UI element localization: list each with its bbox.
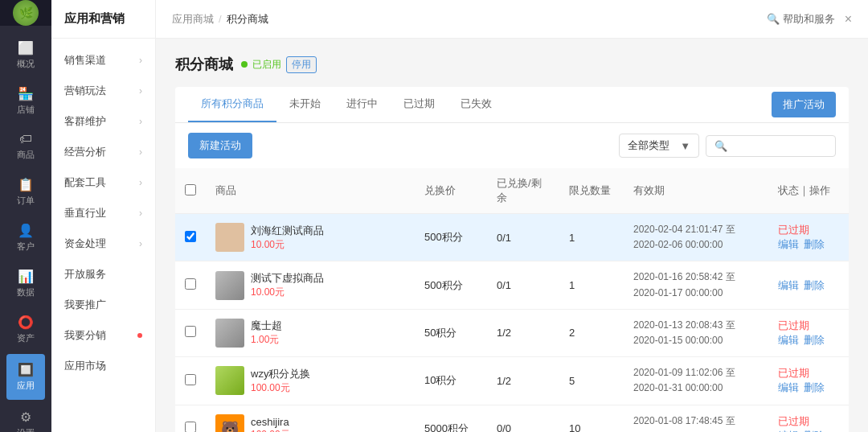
- tab-all[interactable]: 所有积分商品: [188, 87, 276, 122]
- edit-link[interactable]: 编辑: [778, 237, 799, 252]
- action-links: 编辑删除: [778, 333, 839, 348]
- sidebar-item-shop[interactable]: 🏪 店铺: [0, 78, 51, 124]
- th-status: 状态｜操作: [768, 168, 849, 214]
- dropdown-icon: ▼: [680, 140, 690, 152]
- help-button[interactable]: 🔍 帮助和服务: [767, 12, 835, 27]
- sidebar-nav: ⬜ 概况 🏪 店铺 🏷 商品 📋 订单 👤 客户 📊 数据 ⭕ 资产: [0, 26, 51, 352]
- edit-link[interactable]: 编辑: [778, 333, 799, 348]
- row-checkbox-cell: [175, 261, 206, 309]
- sidebar-item-label: 店铺: [17, 104, 35, 116]
- second-menu-item-open[interactable]: 开放服务: [51, 259, 155, 290]
- sidebar-item-assets[interactable]: ⭕ 资产: [0, 307, 51, 352]
- type-filter-select[interactable]: 全部类型 ▼: [619, 134, 699, 158]
- select-all-checkbox[interactable]: [185, 184, 196, 195]
- delete-link[interactable]: 删除: [804, 333, 825, 348]
- search-icon: 🔍: [714, 140, 727, 152]
- arrow-icon: ›: [139, 55, 142, 66]
- redeemed-cell: 0/1: [487, 214, 559, 261]
- app-icon: 🔲: [18, 362, 34, 377]
- edit-link[interactable]: 编辑: [778, 278, 799, 293]
- product-name: 魔士超: [251, 319, 282, 333]
- status-badge: 已过期: [778, 367, 809, 379]
- filter-label: 全部类型: [628, 138, 669, 153]
- arrow-icon: ›: [139, 238, 142, 249]
- row-checkbox[interactable]: [185, 231, 196, 242]
- row-checkbox[interactable]: [185, 326, 196, 337]
- breadcrumb-current: 积分商城: [227, 12, 268, 27]
- delete-link[interactable]: 删除: [804, 278, 825, 293]
- tab-notstart[interactable]: 未开始: [276, 87, 334, 122]
- second-menu-item-vertical[interactable]: 垂直行业 ›: [51, 198, 155, 228]
- product-price: 10.00元: [251, 286, 324, 299]
- new-activity-button[interactable]: 新建活动: [188, 133, 252, 158]
- tabs-row: 所有积分商品 未开始 进行中 已过期 已失效 推广活动: [175, 87, 849, 123]
- second-menu-item-crowd[interactable]: 客群维护 ›: [51, 106, 155, 137]
- product-name: 刘海红测试商品: [251, 224, 324, 238]
- redeem-price-cell: 500积分: [415, 214, 487, 261]
- edit-link[interactable]: 编辑: [778, 429, 799, 432]
- redeem-price-cell: 5000积分: [415, 405, 487, 432]
- data-icon: 📊: [18, 269, 34, 284]
- second-menu-item-marketing[interactable]: 营销玩法 ›: [51, 76, 155, 106]
- row-checkbox-cell: [175, 405, 206, 432]
- second-menu-item-promote[interactable]: 我要推广: [51, 290, 155, 320]
- close-icon[interactable]: ×: [845, 12, 852, 27]
- product-name: ceshijira: [251, 416, 290, 428]
- tab-invalid[interactable]: 已失效: [448, 87, 505, 122]
- overview-icon: ⬜: [18, 40, 34, 56]
- second-menu-item-capital[interactable]: 资金处理 ›: [51, 228, 155, 259]
- sidebar-item-customer[interactable]: 👤 客户: [0, 215, 51, 261]
- product-cell: 测试下虚拟商品10.00元: [206, 261, 415, 309]
- limit-cell: 1: [559, 214, 624, 261]
- edit-link[interactable]: 编辑: [778, 381, 799, 395]
- search-input[interactable]: [731, 140, 827, 152]
- delete-link[interactable]: 删除: [804, 429, 825, 432]
- sidebar-item-goods[interactable]: 🏷 商品: [0, 124, 51, 169]
- status-action-cell: 编辑删除: [768, 261, 849, 309]
- second-menu-item-analysis[interactable]: 经营分析 ›: [51, 137, 155, 167]
- topbar-right: 🔍 帮助和服务 ×: [767, 12, 852, 27]
- page-header: 积分商城 已启用 停用: [175, 55, 849, 74]
- search-box: 🔍: [706, 135, 836, 157]
- product-price: 100.00元: [251, 381, 310, 395]
- second-menu-item-sales[interactable]: 销售渠道 ›: [51, 45, 155, 76]
- tab-ongoing[interactable]: 进行中: [334, 87, 391, 122]
- limit-cell: 10: [559, 405, 624, 432]
- promote-button[interactable]: 推广活动: [772, 92, 836, 117]
- sidebar-item-order[interactable]: 📋 订单: [0, 169, 51, 215]
- product-cell: wzy积分兑换100.00元: [206, 357, 415, 405]
- breadcrumb-home[interactable]: 应用商城: [172, 12, 214, 27]
- status-badge: 已启用: [252, 58, 281, 72]
- row-checkbox[interactable]: [185, 422, 196, 432]
- tab-expired[interactable]: 已过期: [391, 87, 448, 122]
- delete-link[interactable]: 删除: [804, 237, 825, 252]
- row-checkbox[interactable]: [185, 374, 196, 385]
- second-menu-item-market[interactable]: 应用市场: [51, 351, 155, 381]
- tabs: 所有积分商品 未开始 进行中 已过期 已失效: [188, 87, 505, 122]
- product-price: 10.00元: [251, 238, 324, 252]
- sidebar-item-app[interactable]: 🔲 应用: [6, 354, 45, 400]
- action-links: 编辑删除: [778, 237, 839, 252]
- table-area: 新建活动 全部类型 ▼ 🔍 商品: [175, 123, 849, 432]
- shop-icon: 🏪: [18, 86, 34, 101]
- validity-cell: 2020-01-13 20:08:43 至2020-01-15 00:00:00: [624, 309, 768, 356]
- product-price: 1.00元: [251, 333, 282, 347]
- row-checkbox-cell: [175, 309, 206, 356]
- delete-link[interactable]: 删除: [804, 381, 825, 395]
- redeemed-cell: 1/2: [487, 357, 559, 405]
- sidebar-item-data[interactable]: 📊 数据: [0, 261, 51, 307]
- second-menu-item-tools[interactable]: 配套工具 ›: [51, 167, 155, 198]
- table-row: 测试下虚拟商品10.00元500积分0/112020-01-16 20:58:4…: [175, 261, 849, 309]
- second-menu-item-distribute[interactable]: 我要分销: [51, 320, 155, 351]
- product-image: [215, 319, 244, 348]
- arrow-icon: ›: [139, 208, 142, 219]
- row-checkbox[interactable]: [185, 278, 196, 290]
- sidebar-item-settings[interactable]: ⚙ 设置: [0, 401, 51, 432]
- validity-cell: 2020-01-09 11:02:06 至2020-01-31 00:00:00: [624, 357, 768, 405]
- action-links: 编辑删除: [778, 278, 839, 293]
- stop-button[interactable]: 停用: [286, 56, 317, 73]
- redeemed-cell: 0/1: [487, 261, 559, 309]
- status-badge: 已过期: [778, 415, 809, 427]
- sidebar-item-overview[interactable]: ⬜ 概况: [0, 32, 51, 78]
- row-checkbox-cell: [175, 214, 206, 261]
